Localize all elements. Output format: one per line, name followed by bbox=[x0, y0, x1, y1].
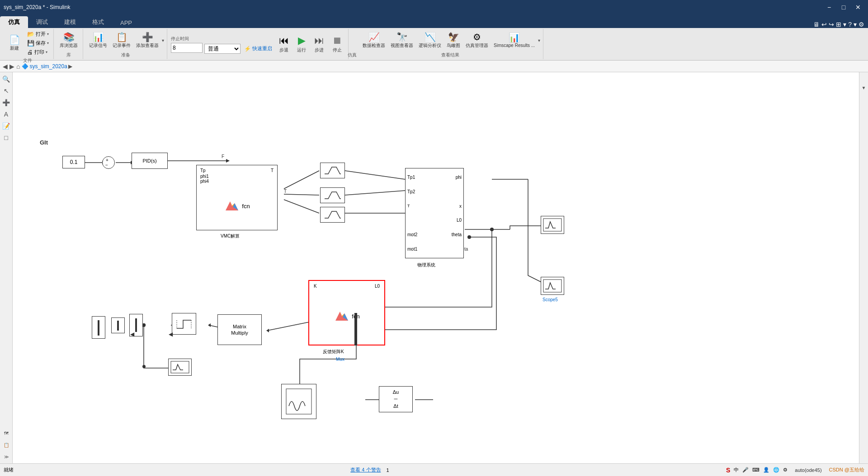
svg-point-40 bbox=[490, 228, 494, 231]
simscape-results-button[interactable]: 📊 Simscape Results ... bbox=[491, 32, 537, 49]
toolbar: 📄 新建 📂 打开 ▾ 💾 保存 ▾ 🖨 打印 ▾ bbox=[0, 28, 868, 61]
add-viewer-icon: ➕ bbox=[142, 33, 153, 42]
tab-debug[interactable]: 调试 bbox=[28, 16, 56, 28]
redo-icon[interactable]: ↪ bbox=[829, 21, 834, 28]
add-block-tool[interactable]: ➕ bbox=[1, 98, 11, 107]
vmc-label: VMC解算 bbox=[221, 233, 240, 239]
expand-prep-icon[interactable]: ▾ bbox=[162, 38, 164, 43]
canvas-area[interactable]: GIt F T Tp1 Tp2 T bbox=[13, 72, 859, 463]
annotation-tool[interactable]: 📝 bbox=[1, 121, 11, 131]
forward-button[interactable]: ▶ bbox=[9, 63, 14, 70]
sim-manager-button[interactable]: ⚙ 仿真管理器 bbox=[463, 31, 491, 50]
block-matrix-mult[interactable]: MatrixMultiply bbox=[217, 314, 262, 345]
block-scope-small[interactable] bbox=[168, 359, 192, 376]
more-tools[interactable]: ≫ bbox=[1, 452, 11, 462]
block-sat3[interactable] bbox=[320, 207, 345, 223]
toolbar-icon-2[interactable]: ⊞ bbox=[836, 21, 841, 28]
zoom-out-tool[interactable]: 📋 bbox=[1, 440, 11, 450]
breadcrumb-model[interactable]: sys_sim_2020a bbox=[29, 63, 67, 70]
block-feedback[interactable]: KL0 fcn bbox=[308, 280, 385, 345]
step-back-icon: ⏮ bbox=[279, 35, 289, 47]
stop-time-label: 停止时间 bbox=[171, 36, 203, 42]
feedback-label: 反馈矩阵K bbox=[323, 349, 344, 355]
bird-view-button[interactable]: 🦅 鸟瞰图 bbox=[444, 31, 462, 50]
open-button[interactable]: 📂 打开 ▾ bbox=[25, 30, 51, 38]
block-delta[interactable]: Δu─Δt bbox=[379, 386, 413, 412]
mux-label: Mux bbox=[336, 357, 344, 362]
block-relay[interactable] bbox=[172, 313, 196, 335]
tab-model[interactable]: 建模 bbox=[56, 16, 84, 28]
mode-text: auto(ode45) bbox=[795, 467, 821, 473]
block-const01[interactable]: 0.1 bbox=[62, 156, 85, 168]
step-back-button[interactable]: ⏮ 步退 bbox=[276, 33, 292, 55]
area-tool[interactable]: □ bbox=[1, 133, 11, 143]
record-event-button[interactable]: 📋 记录事件 bbox=[110, 31, 133, 50]
user-icon[interactable]: 👤 bbox=[763, 467, 769, 473]
record-signal-button[interactable]: 📊 记录信号 bbox=[87, 31, 109, 50]
toolbar-icon-1[interactable]: 🖥 bbox=[813, 21, 820, 28]
mic-icon[interactable]: 🎤 bbox=[742, 467, 749, 473]
tab-format[interactable]: 格式 bbox=[84, 16, 112, 28]
svg-point-42 bbox=[467, 235, 471, 239]
step-fwd-button[interactable]: ⏭ 步进 bbox=[311, 33, 327, 55]
add-viewer-button[interactable]: ➕ 添加查看器 bbox=[134, 31, 161, 50]
block-sat1[interactable] bbox=[320, 163, 345, 178]
undo-icon[interactable]: ↩ bbox=[821, 21, 827, 28]
back-button[interactable]: ◀ bbox=[3, 63, 8, 70]
expand-results-icon[interactable]: ▾ bbox=[538, 38, 540, 43]
print-button[interactable]: 🖨 打印 ▾ bbox=[25, 48, 51, 56]
toolbar-library-group: 📚 库浏览器 库 bbox=[55, 29, 83, 59]
stop-button[interactable]: ⏹ 停止 bbox=[329, 33, 345, 55]
maximize-button[interactable]: □ bbox=[837, 2, 850, 12]
quick-restart-button[interactable]: 快速重启 bbox=[242, 44, 274, 53]
stop-time-input[interactable] bbox=[171, 43, 203, 53]
sogo-icon[interactable]: S bbox=[726, 467, 730, 474]
help-icon[interactable]: ? bbox=[848, 21, 852, 28]
block-vmc[interactable]: Tp T phi1 phi4 fcn bbox=[196, 165, 278, 230]
scope-viewer-button[interactable]: 🔭 视图查看器 bbox=[388, 31, 415, 50]
ribbon-tabs: 仿真 调试 建模 格式 APP 🖥 ↩ ↪ ⊞ ▾ ? ▾ ⚙ bbox=[0, 14, 868, 28]
titlebar: sys_sim_2020a * - Simulink − □ ✕ bbox=[0, 0, 868, 14]
simscape-icon: 📊 bbox=[509, 33, 520, 42]
data-inspector-button[interactable]: 📈 数据检查器 bbox=[360, 31, 387, 50]
block-phys[interactable]: Tp1phi Tp2 Tx L0 mot2theta mot1 bbox=[405, 168, 464, 258]
zoom-tool[interactable]: 🔍 bbox=[1, 74, 11, 84]
logic-analyzer-button[interactable]: 📉 逻辑分析仪 bbox=[416, 31, 443, 50]
new-icon: 📄 bbox=[9, 35, 20, 44]
close-button[interactable]: ✕ bbox=[852, 2, 864, 12]
select-tool[interactable]: ↖ bbox=[1, 86, 11, 96]
block-buffer2[interactable] bbox=[111, 317, 125, 333]
block-scope-top[interactable] bbox=[541, 216, 564, 234]
arrow-1: ◀ bbox=[169, 331, 173, 337]
minimize-button[interactable]: − bbox=[823, 2, 835, 12]
new-button[interactable]: 📄 新建 bbox=[5, 34, 24, 53]
sim-mode-select[interactable]: 普通 bbox=[204, 44, 241, 54]
lang-text[interactable]: 中 bbox=[734, 467, 739, 473]
zoom-in-tool[interactable]: 🗺 bbox=[1, 428, 11, 438]
network-icon[interactable]: 🌐 bbox=[773, 467, 779, 473]
toolbar-expand-icon[interactable]: ▾ bbox=[843, 21, 846, 28]
block-scope5[interactable] bbox=[541, 277, 564, 295]
svg-marker-28 bbox=[208, 323, 211, 327]
block-buf3[interactable] bbox=[92, 316, 105, 339]
home-button[interactable]: ⌂ bbox=[16, 63, 20, 70]
step-fwd-icon: ⏭ bbox=[314, 35, 324, 47]
block-siggen[interactable] bbox=[281, 384, 316, 419]
search-icon[interactable]: ⚙ bbox=[859, 21, 864, 28]
block-sat2[interactable] bbox=[320, 187, 345, 203]
svg-rect-43 bbox=[543, 219, 561, 231]
keyboard-icon[interactable]: ⌨ bbox=[752, 467, 760, 473]
tab-sim[interactable]: 仿真 bbox=[0, 16, 28, 28]
block-sum[interactable]: + − bbox=[102, 156, 115, 169]
save-button[interactable]: 💾 保存 ▾ bbox=[25, 39, 51, 47]
warning-link[interactable]: 查看 4 个警告 bbox=[350, 467, 381, 473]
text-tool[interactable]: A bbox=[1, 109, 11, 119]
block-pid[interactable]: PID(s) bbox=[132, 153, 168, 169]
tab-app[interactable]: APP bbox=[112, 18, 140, 28]
toolbar-icon-3[interactable]: ▾ bbox=[854, 21, 857, 28]
svg-text:F: F bbox=[222, 154, 224, 159]
library-browser-button[interactable]: 📚 库浏览器 bbox=[57, 31, 80, 50]
run-button[interactable]: ▶ 运行 bbox=[294, 33, 309, 55]
settings-icon[interactable]: ⚙ bbox=[783, 467, 788, 473]
right-tool-1[interactable]: ▼ bbox=[860, 74, 868, 101]
